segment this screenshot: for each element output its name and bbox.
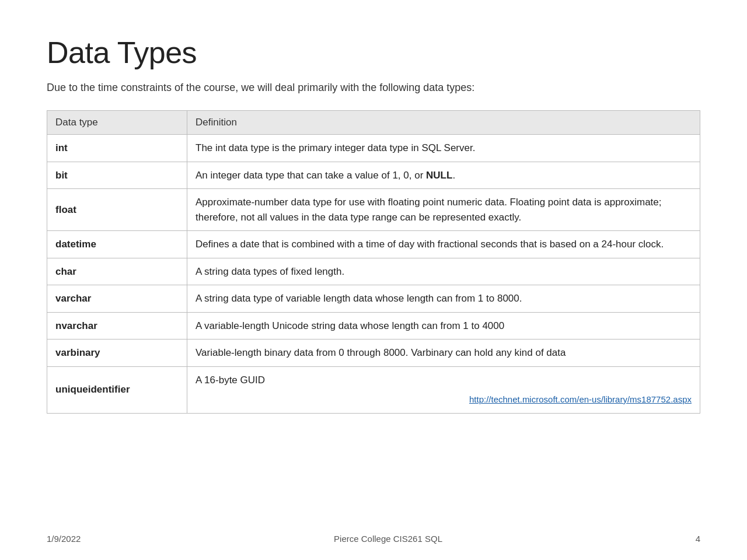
def-datetime: Defines a date that is combined with a t… [187,231,700,258]
table-row: datetime Defines a date that is combined… [47,231,700,258]
table-row: int The int data type is the primary int… [47,135,700,162]
footer-date: 1/9/2022 [47,534,81,544]
data-types-table: Data type Definition int The int data ty… [47,110,700,414]
type-int: int [47,135,187,162]
table-row: bit An integer data type that can take a… [47,162,700,189]
type-datetime: datetime [47,231,187,258]
type-char: char [47,258,187,285]
type-varchar: varchar [47,285,187,313]
slide-footer: 1/9/2022 Pierce College CIS261 SQL 4 [47,534,700,544]
def-uniqueidentifier: A 16-byte GUID http://technet.microsoft.… [187,366,700,413]
type-bit: bit [47,162,187,189]
table-row: char A string data types of fixed length… [47,258,700,285]
def-bit: An integer data type that can take a val… [187,162,700,189]
def-nvarchar: A variable-length Unicode string data wh… [187,312,700,340]
def-varbinary: Variable-length binary data from 0 throu… [187,340,700,367]
def-int: The int data type is the primary integer… [187,135,700,162]
footer-center: Pierce College CIS261 SQL [334,534,442,544]
ms187752-link[interactable]: http://technet.microsoft.com/en-us/libra… [469,394,692,404]
table-row: varbinary Variable-length binary data fr… [47,340,700,367]
table-row: varchar A string data type of variable l… [47,285,700,313]
slide-title: Data Types [47,35,700,70]
def-char: A string data types of fixed length. [187,258,700,285]
col1-header: Data type [47,111,187,135]
col2-header: Definition [187,111,700,135]
table-row: uniqueidentifier A 16-byte GUID http://t… [47,366,700,413]
type-nvarchar: nvarchar [47,312,187,340]
type-uniqueidentifier: uniqueidentifier [47,366,187,413]
def-varchar: A string data type of variable length da… [187,285,700,313]
table-row: float Approximate-number data type for u… [47,189,700,231]
type-float: float [47,189,187,231]
footer-page: 4 [696,534,700,544]
slide-container: Data Types Due to the time constraints o… [0,0,747,560]
null-bold: NULL [426,170,452,181]
table-header-row: Data type Definition [47,111,700,135]
table-row: nvarchar A variable-length Unicode strin… [47,312,700,340]
def-float: Approximate-number data type for use wit… [187,189,700,231]
type-varbinary: varbinary [47,340,187,367]
slide-subtitle: Due to the time constraints of the cours… [47,82,700,94]
